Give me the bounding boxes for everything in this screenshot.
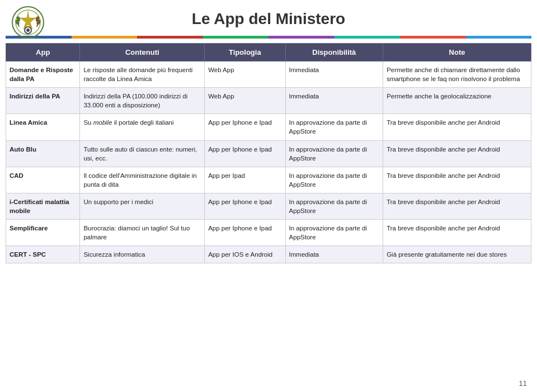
cell-contenuti: Sicurezza informatica (80, 246, 205, 263)
cell-contenuti: Su mobile il portale degli italiani (80, 114, 205, 140)
logo (11, 6, 45, 39)
cell-contenuti: Burocrazia: diamoci un taglio! Sul tuo p… (80, 220, 205, 246)
cell-disponibilita: In approvazione da parte di AppStore (285, 193, 383, 219)
cell-app-name: Auto Blu (6, 140, 80, 167)
cell-tipologia: App per IOS e Android (205, 246, 285, 263)
accent-segment-3 (137, 36, 203, 39)
table-row: Auto BluTutto sulle auto di ciascun ente… (6, 140, 531, 167)
cell-app-name: CAD (6, 167, 80, 193)
col-header-note: Note (383, 44, 531, 62)
cell-disponibilita: Immediata (285, 246, 383, 263)
cell-app-name: Linea Amica (6, 114, 80, 140)
page-number: 11 (519, 379, 527, 388)
table-header-row: App Contenuti Tipologia Disponibilità No… (6, 44, 531, 62)
header: Le App del Ministero (0, 0, 537, 34)
col-header-app: App (6, 44, 80, 62)
accent-segment-6 (335, 36, 401, 39)
cell-tipologia: Web App (205, 88, 285, 114)
accent-bar (6, 36, 531, 39)
cell-disponibilita: In approvazione da parte di AppStore (285, 167, 383, 193)
cell-disponibilita: In approvazione da parte di AppStore (285, 220, 383, 246)
cell-disponibilita: In approvazione da parte di AppStore (285, 114, 383, 140)
table-row: CADIl codice dell'Amministrazione digita… (6, 167, 531, 193)
table-row: i-Certificati malattia mobileUn supporto… (6, 193, 531, 219)
accent-segment-7 (400, 36, 466, 39)
col-header-disponibilita: Disponibilità (285, 44, 383, 62)
cell-tipologia: App per Iphone e Ipad (205, 220, 285, 246)
col-header-contenuti: Contenuti (80, 44, 205, 62)
cell-tipologia: App per Ipad (205, 167, 285, 193)
cell-note: Tra breve disponibile anche per Android (383, 114, 531, 140)
cell-contenuti: Indirizzi della PA (100.000 indirizzi di… (80, 88, 205, 114)
cell-app-name: Domande e Risposte dalla PA (6, 62, 80, 88)
cell-note: Permette anche la geolocalizzazione (383, 88, 531, 114)
cell-note: Già presente gratuitamente nei due store… (383, 246, 531, 263)
accent-segment-8 (466, 36, 532, 39)
table-row: SemplificareBurocrazia: diamoci un tagli… (6, 220, 531, 246)
cell-contenuti: Un supporto per i medici (80, 193, 205, 219)
cell-disponibilita: In approvazione da parte di AppStore (285, 140, 383, 167)
page-title: Le App del Ministero (192, 10, 345, 28)
accent-segment-5 (268, 36, 335, 39)
cell-note: Tra breve disponibile anche per Android (383, 167, 531, 193)
cell-tipologia: App per Iphone e Ipad (205, 140, 285, 167)
cell-app-name: i-Certificati malattia mobile (6, 193, 80, 219)
cell-note: Tra breve disponibile anche per Android (383, 193, 531, 219)
cell-contenuti: Tutto sulle auto di ciascun ente: numeri… (80, 140, 205, 167)
cell-disponibilita: Immediata (285, 62, 383, 88)
table-row: Indirizzi della PAIndirizzi della PA (10… (6, 88, 531, 114)
cell-tipologia: Web App (205, 62, 285, 88)
cell-tipologia: App per Iphone e Ipad (205, 114, 285, 140)
cell-app-name: CERT - SPC (6, 246, 80, 263)
main-table-container: App Contenuti Tipologia Disponibilità No… (0, 43, 537, 269)
table-row: CERT - SPCSicurezza informaticaApp per I… (6, 246, 531, 263)
cell-app-name: Semplificare (6, 220, 80, 246)
apps-table: App Contenuti Tipologia Disponibilità No… (6, 43, 531, 263)
table-row: Domande e Risposte dalla PALe risposte a… (6, 62, 531, 88)
cell-note: Tra breve disponibile anche per Android (383, 220, 531, 246)
cell-contenuti: Le risposte alle domande più frequenti r… (80, 62, 205, 88)
cell-note: Permette anche di chiamare direttamente … (383, 62, 531, 88)
cell-contenuti: Il codice dell'Amministrazione digitale … (80, 167, 205, 193)
table-row: Linea AmicaSu mobile il portale degli it… (6, 114, 531, 140)
cell-app-name: Indirizzi della PA (6, 88, 80, 114)
cell-tipologia: App per Iphone e Ipad (205, 193, 285, 219)
cell-disponibilita: Immediata (285, 88, 383, 114)
accent-segment-4 (203, 36, 269, 39)
cell-note: Tra breve disponibile anche per Android (383, 140, 531, 167)
col-header-tipologia: Tipologia (205, 44, 285, 62)
svg-point-8 (26, 29, 30, 32)
accent-segment-2 (72, 36, 138, 39)
